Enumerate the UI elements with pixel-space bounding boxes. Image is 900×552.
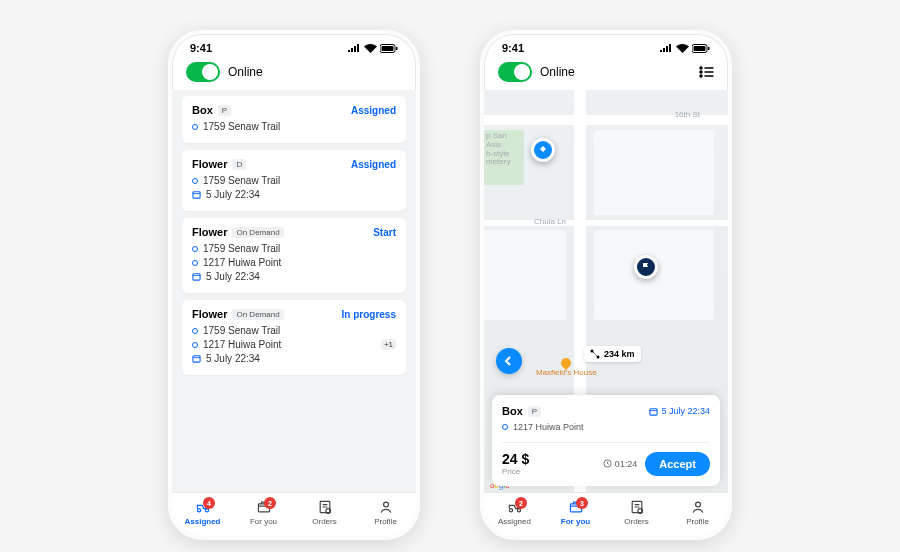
street-label: 16th St: [675, 110, 700, 119]
svg-point-24: [700, 75, 702, 77]
card-tag: D: [232, 159, 246, 170]
nav-label: Assigned: [498, 517, 531, 526]
accept-button[interactable]: Accept: [645, 452, 710, 476]
calendar-icon: [192, 190, 201, 199]
pickup-dot-icon: [192, 124, 198, 130]
nav-foryou[interactable]: 2 For you: [233, 499, 294, 526]
card-time: 5 July 22:34: [206, 271, 260, 282]
status-time: 9:41: [190, 42, 212, 54]
bottom-nav: 4 Assigned 2 For you Orders Profile: [172, 492, 416, 536]
svg-rect-19: [708, 47, 710, 50]
card-addr1: 1759 Senaw Trail: [203, 121, 280, 132]
card-status: In progress: [342, 309, 396, 320]
online-label: Online: [540, 65, 575, 79]
price-value: 24 $: [502, 451, 529, 467]
sheet-title: Box: [502, 405, 523, 417]
svg-point-20: [700, 67, 702, 69]
nav-badge: 4: [203, 497, 215, 509]
header: Online: [484, 58, 728, 90]
nav-label: Orders: [624, 517, 648, 526]
nav-label: Assigned: [184, 517, 220, 526]
card-title: Flower: [192, 226, 227, 238]
card-status: Assigned: [351, 105, 396, 116]
card-status: Start: [373, 227, 396, 238]
status-icons: [347, 44, 398, 53]
calendar-icon: [192, 354, 201, 363]
distance-chip: 234 km: [584, 346, 641, 362]
card-status: Assigned: [351, 159, 396, 170]
price-label: Price: [502, 467, 529, 476]
pickup-dot-icon: [192, 246, 198, 252]
delivery-card[interactable]: Flower On Demand In progress 1759 Senaw …: [182, 300, 406, 375]
header: Online: [172, 58, 416, 90]
card-extra-badge: +1: [381, 339, 396, 350]
profile-icon: [378, 499, 394, 515]
svg-point-22: [700, 71, 702, 73]
svg-point-38: [695, 502, 700, 507]
list-icon[interactable]: [699, 64, 714, 81]
card-addr2: 1217 Huiwa Point: [203, 257, 281, 268]
cemetery-label: p San Asis h-style metery: [486, 132, 510, 167]
phone-left: 9:41 Online Box P Assigned 1759 Senaw Tr…: [168, 30, 420, 540]
dropoff-dot-icon: [192, 260, 198, 266]
addr-dot-icon: [502, 424, 508, 430]
pickup-dot-icon: [192, 178, 198, 184]
nav-profile[interactable]: Profile: [667, 499, 728, 526]
nav-badge: 2: [515, 497, 527, 509]
nav-assigned[interactable]: 2 Assigned: [484, 499, 545, 526]
sheet-addr: 1217 Huiwa Point: [513, 422, 584, 432]
svg-point-27: [597, 356, 600, 359]
nav-label: Profile: [374, 517, 397, 526]
svg-rect-2: [396, 47, 398, 50]
status-bar: 9:41: [484, 34, 728, 58]
dropoff-dot-icon: [192, 342, 198, 348]
svg-rect-18: [694, 46, 706, 51]
calendar-icon: [192, 272, 201, 281]
card-addr1: 1759 Senaw Trail: [203, 243, 280, 254]
svg-rect-5: [193, 274, 200, 280]
online-label: Online: [228, 65, 263, 79]
nav-label: For you: [561, 517, 590, 526]
nav-orders[interactable]: Orders: [294, 499, 355, 526]
card-time: 5 July 22:34: [206, 353, 260, 364]
nav-label: For you: [250, 517, 277, 526]
map[interactable]: p San Asis h-style metery 16th St Chula …: [484, 90, 728, 492]
delivery-card[interactable]: Box P Assigned 1759 Senaw Trail: [182, 96, 406, 143]
timer: 01:24: [603, 459, 638, 469]
nav-label: Orders: [312, 517, 336, 526]
pickup-dot-icon: [192, 328, 198, 334]
phone-right: 9:41 Online p San Asis h-style metery 16…: [480, 30, 732, 540]
delivery-card[interactable]: Flower On Demand Start 1759 Senaw Trail …: [182, 218, 406, 293]
order-sheet: Box P 5 July 22:34 1217 Huiwa Point 24 $…: [492, 395, 720, 486]
card-title: Flower: [192, 158, 227, 170]
card-addr1: 1759 Senaw Trail: [203, 175, 280, 186]
nav-foryou[interactable]: 3 For you: [545, 499, 606, 526]
card-time: 5 July 22:34: [206, 189, 260, 200]
online-toggle[interactable]: [498, 62, 532, 82]
status-time: 9:41: [502, 42, 524, 54]
card-title: Box: [192, 104, 213, 116]
svg-point-31: [509, 509, 512, 512]
status-icons: [659, 44, 710, 53]
nav-label: Profile: [686, 517, 709, 526]
card-addr2: 1217 Huiwa Point: [203, 339, 281, 350]
svg-rect-28: [650, 408, 657, 414]
svg-rect-1: [382, 46, 394, 51]
back-button[interactable]: [496, 348, 522, 374]
nav-orders[interactable]: Orders: [606, 499, 667, 526]
distance-value: 234 km: [604, 349, 635, 359]
nav-profile[interactable]: Profile: [355, 499, 416, 526]
card-list: Box P Assigned 1759 Senaw Trail Flower D…: [172, 90, 416, 492]
pickup-pin[interactable]: [531, 138, 555, 162]
online-toggle[interactable]: [186, 62, 220, 82]
dropoff-pin[interactable]: [634, 255, 658, 279]
street-label: Chula Ln: [534, 217, 566, 226]
calendar-icon: [649, 407, 658, 416]
nav-badge: 2: [264, 497, 276, 509]
status-bar: 9:41: [172, 34, 416, 58]
delivery-card[interactable]: Flower D Assigned 1759 Senaw Trail 5 Jul…: [182, 150, 406, 211]
orders-icon: [317, 499, 333, 515]
nav-assigned[interactable]: 4 Assigned: [172, 499, 233, 526]
sheet-tag: P: [528, 406, 541, 417]
svg-point-9: [197, 509, 200, 512]
